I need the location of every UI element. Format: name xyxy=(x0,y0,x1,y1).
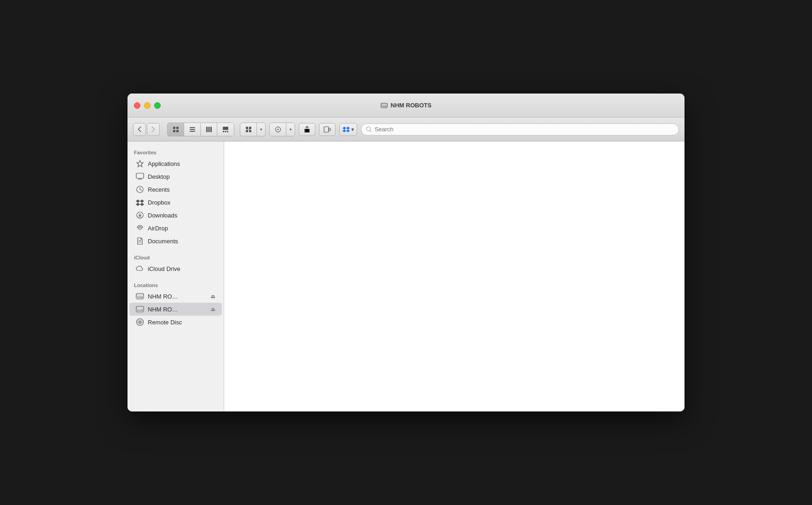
svg-rect-19 xyxy=(246,130,248,132)
dropbox-button[interactable]: ▾ xyxy=(339,123,357,136)
svg-rect-5 xyxy=(173,130,175,132)
svg-rect-26 xyxy=(324,127,329,132)
sidebar-item-dropbox[interactable]: Dropbox xyxy=(129,196,222,209)
dropbox-arrow: ▾ xyxy=(351,126,354,133)
svg-rect-12 xyxy=(210,127,212,132)
svg-rect-10 xyxy=(206,127,208,132)
remote-disc-icon xyxy=(136,318,144,326)
eject-2-button[interactable]: ⏏ xyxy=(210,306,215,312)
svg-rect-17 xyxy=(246,127,248,129)
icon-view-button[interactable] xyxy=(168,123,184,136)
svg-rect-16 xyxy=(227,131,228,132)
svg-rect-3 xyxy=(173,127,175,129)
action-main[interactable] xyxy=(270,123,286,136)
tag-button[interactable] xyxy=(319,123,336,136)
svg-line-29 xyxy=(370,130,371,132)
nhm-robots-1-label: NHM RO… xyxy=(148,293,178,300)
forward-button[interactable] xyxy=(147,123,160,136)
group-button[interactable]: ▾ xyxy=(240,123,266,136)
icloud-drive-label: iCloud Drive xyxy=(148,265,180,272)
favorites-header: Favorites xyxy=(128,146,224,157)
sidebar-item-nhm-robots-1[interactable]: NHM RO… ⏏ xyxy=(129,290,222,303)
action-button[interactable]: ▾ xyxy=(269,123,295,136)
icloud-header: iCloud xyxy=(128,251,224,262)
sidebar-item-airdrop[interactable]: AirDrop xyxy=(129,222,222,235)
title-bar: NHM ROBOTS xyxy=(128,94,684,117)
svg-point-42 xyxy=(142,297,143,298)
desktop-label: Desktop xyxy=(148,173,170,180)
documents-icon xyxy=(136,237,144,245)
svg-point-48 xyxy=(139,322,140,323)
remote-disc-label: Remote Disc xyxy=(148,319,182,326)
list-view-button[interactable] xyxy=(184,123,201,136)
icloud-icon xyxy=(136,264,144,273)
group-arrow[interactable]: ▾ xyxy=(257,123,265,136)
svg-rect-6 xyxy=(176,130,179,132)
dropbox-sidebar-icon xyxy=(136,198,144,206)
svg-point-23 xyxy=(277,129,278,130)
sidebar: Favorites Applications Deskto xyxy=(128,141,224,411)
svg-rect-30 xyxy=(136,173,144,178)
dropbox-label: Dropbox xyxy=(148,199,170,206)
svg-rect-18 xyxy=(249,127,251,129)
svg-rect-15 xyxy=(225,131,226,132)
airdrop-label: AirDrop xyxy=(148,225,168,232)
svg-rect-8 xyxy=(190,129,195,130)
search-bar[interactable] xyxy=(361,123,679,135)
file-area xyxy=(224,141,684,411)
minimize-button[interactable] xyxy=(144,102,151,109)
recents-icon xyxy=(136,185,144,194)
action-arrow[interactable]: ▾ xyxy=(286,123,295,136)
traffic-lights xyxy=(128,102,161,109)
sidebar-item-downloads[interactable]: Downloads xyxy=(129,209,222,222)
sidebar-item-nhm-robots-2[interactable]: NHM RO… ⏏ xyxy=(129,303,222,316)
desktop-icon xyxy=(136,172,144,181)
svg-point-45 xyxy=(142,310,143,311)
close-button[interactable] xyxy=(134,102,140,109)
svg-rect-7 xyxy=(190,127,195,128)
window-title: NHM ROBOTS xyxy=(381,102,432,109)
search-input[interactable] xyxy=(375,126,674,133)
applications-label: Applications xyxy=(148,160,180,167)
column-view-button[interactable] xyxy=(201,123,217,136)
group-main[interactable] xyxy=(240,123,257,136)
nhm-robots-2-label: NHM RO… xyxy=(148,306,178,313)
svg-rect-20 xyxy=(249,130,251,132)
svg-rect-14 xyxy=(223,131,224,132)
svg-rect-4 xyxy=(176,127,179,129)
window-title-text: NHM ROBOTS xyxy=(391,102,432,109)
finder-window: NHM ROBOTS xyxy=(128,94,684,411)
view-buttons xyxy=(167,123,234,136)
main-content: Favorites Applications Deskto xyxy=(128,141,684,411)
applications-icon xyxy=(136,159,144,168)
sidebar-item-recents[interactable]: Recents xyxy=(129,183,222,196)
svg-point-2 xyxy=(386,106,387,107)
nav-buttons xyxy=(133,123,160,136)
svg-rect-11 xyxy=(208,127,209,132)
gallery-view-button[interactable] xyxy=(217,123,234,136)
maximize-button[interactable] xyxy=(154,102,161,109)
toolbar: ▾ ▾ xyxy=(128,117,684,141)
title-drive-icon xyxy=(381,102,388,109)
sidebar-item-remote-disc[interactable]: Remote Disc xyxy=(129,316,222,329)
sidebar-item-icloud-drive[interactable]: iCloud Drive xyxy=(129,262,222,275)
share-button[interactable] xyxy=(299,123,315,136)
sidebar-item-applications[interactable]: Applications xyxy=(129,157,222,170)
eject-1-button[interactable]: ⏏ xyxy=(210,293,215,299)
search-icon xyxy=(366,126,372,132)
documents-label: Documents xyxy=(148,238,178,245)
sidebar-item-desktop[interactable]: Desktop xyxy=(129,170,222,183)
svg-rect-9 xyxy=(190,131,195,132)
back-button[interactable] xyxy=(133,123,146,136)
locations-header: Locations xyxy=(128,279,224,290)
downloads-icon xyxy=(136,211,144,219)
svg-rect-13 xyxy=(223,127,228,130)
drive-2-icon xyxy=(136,305,144,313)
sidebar-item-documents[interactable]: Documents xyxy=(129,235,222,247)
drive-1-icon xyxy=(136,292,144,300)
airdrop-icon xyxy=(136,224,144,232)
downloads-label: Downloads xyxy=(148,212,177,219)
recents-label: Recents xyxy=(148,186,170,193)
